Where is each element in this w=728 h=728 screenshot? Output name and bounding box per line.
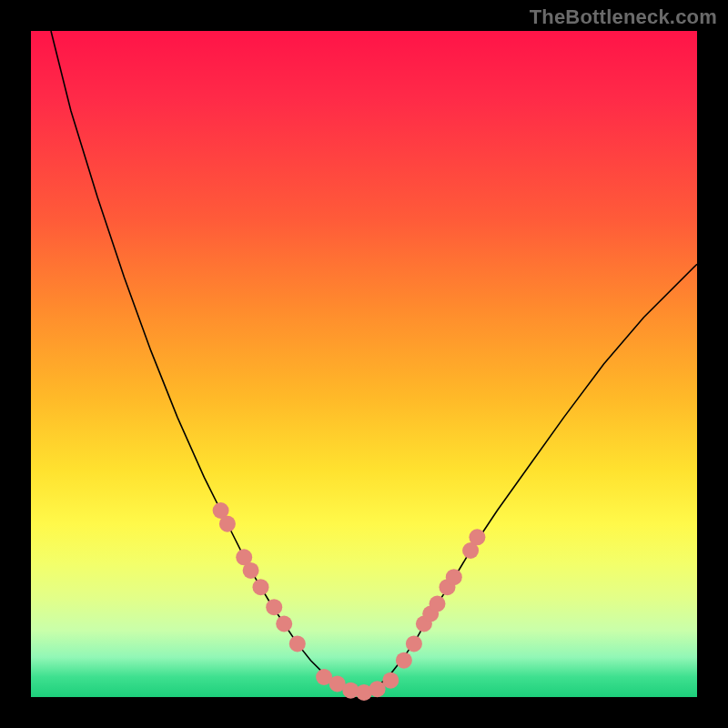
curves-svg: [31, 31, 697, 697]
marker-dot: [276, 616, 292, 632]
marker-dot: [253, 579, 269, 595]
marker-dot: [406, 635, 422, 652]
marker-dot: [382, 672, 399, 689]
markers-group: [213, 502, 486, 701]
marker-dot: [266, 599, 282, 615]
right-curve: [364, 264, 697, 693]
watermark-text: TheBottleneck.com: [530, 5, 717, 29]
marker-dot: [469, 529, 485, 545]
marker-dot: [446, 569, 462, 585]
marker-dot: [289, 635, 306, 652]
marker-dot: [396, 652, 412, 669]
marker-dot: [430, 596, 446, 612]
chart-frame: TheBottleneck.com: [0, 0, 728, 728]
plot-area: [31, 31, 697, 697]
marker-dot: [243, 562, 259, 579]
marker-dot: [219, 516, 236, 532]
left-curve: [51, 31, 364, 693]
